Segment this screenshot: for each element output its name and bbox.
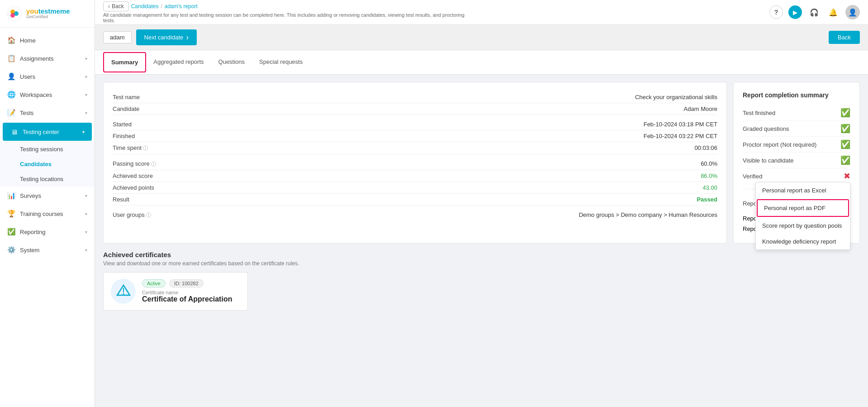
export-knowledge-item[interactable]: Knowledge deficiency report [756, 234, 850, 249]
user-avatar[interactable]: 👤 [845, 5, 860, 19]
tab-questions[interactable]: Questions [211, 53, 252, 72]
workspaces-arrow: ▾ [85, 92, 87, 97]
help-button[interactable]: ? [769, 5, 783, 19]
sidebar-item-system[interactable]: ⚙️ System ▾ [0, 241, 95, 259]
certificate-badges: Active ID: 100282 [142, 279, 240, 287]
surveys-arrow: ▾ [85, 193, 87, 198]
user-groups-info-icon: ⓘ [146, 212, 151, 218]
finished-label: Finished [113, 133, 135, 139]
home-icon: 🏠 [7, 36, 15, 44]
certificate-info: Active ID: 100282 Certificate name Certi… [142, 279, 240, 303]
users-icon: 👤 [7, 72, 15, 81]
logo: you testme me GetCertified [0, 0, 95, 28]
workspaces-icon: 🌐 [7, 91, 15, 99]
finished-row: Finished Feb-10-2024 03:22 PM CET [113, 130, 717, 142]
report-completion-panel: Report completion summary Test finished … [733, 82, 860, 244]
achieved-score-label: Achieved score [113, 172, 153, 179]
play-button[interactable]: ▶ [788, 5, 802, 19]
users-arrow: ▾ [85, 74, 87, 79]
passing-score-row: Passing score ⓘ 60.0% [113, 158, 717, 170]
headset-button[interactable]: 🎧 [807, 5, 821, 19]
completion-proctor-report: Proctor report (Not required) ✅ [743, 137, 850, 153]
sidebar-nav: 🏠 Home 📋 Assignments ▾ 👤 Users ▾ 🌐 Works… [0, 28, 95, 407]
certificates-section: Achieved certificates View and download … [95, 251, 868, 318]
result-value: Passed [697, 196, 717, 203]
sidebar-item-users-label: Users [20, 73, 35, 80]
sidebar-item-reporting-label: Reporting [20, 229, 45, 235]
summary-tab-wrapper: Summary [103, 52, 146, 72]
breadcrumb-current[interactable]: adam's report [165, 3, 198, 10]
sidebar-item-surveys[interactable]: 📊 Surveys ▾ [0, 187, 95, 205]
sidebar-item-users[interactable]: 👤 Users ▾ [0, 67, 95, 86]
topbar: ‹ Back Candidates / adam's report All ca… [95, 0, 868, 25]
logo-me: me [60, 8, 70, 15]
next-candidate-icon: › [186, 33, 189, 42]
sidebar-item-assignments-label: Assignments [20, 55, 53, 62]
sidebar-sub-menu: Testing sessions Candidates Testing loca… [0, 142, 95, 187]
achieved-score-value: 86.0% [701, 172, 717, 179]
topbar-right: ? ▶ 🎧 🔔 👤 [769, 5, 860, 19]
started-value: Feb-10-2024 03:18 PM CET [644, 121, 717, 128]
verified-x: ✖ [844, 171, 850, 181]
notifications-button[interactable]: 🔔 [826, 5, 840, 19]
next-candidate-button[interactable]: Next candidate › [136, 29, 197, 45]
time-spent-label: Time spent ⓘ [113, 144, 148, 152]
certificate-card: Active ID: 100282 Certificate name Certi… [103, 272, 248, 311]
summary-panels: Test name Check your organizational skil… [95, 75, 868, 251]
candidate-bar-left: adam Next candidate › [103, 29, 197, 45]
sidebar-item-workspaces[interactable]: 🌐 Workspaces ▾ [0, 86, 95, 104]
finished-value: Feb-10-2024 03:22 PM CET [644, 133, 717, 139]
back-main-button[interactable]: Back [829, 31, 860, 44]
test-name-value: Check your organizational skills [635, 94, 717, 101]
breadcrumb-candidates-link[interactable]: Candidates [131, 3, 159, 10]
sidebar-item-testing-center[interactable]: 🖥 Testing center ▾ [3, 123, 92, 141]
tabs-bar: Summary Aggregated reports Questions Spe… [95, 50, 868, 75]
sidebar-item-tests[interactable]: 📝 Tests ▾ [0, 104, 95, 122]
logo-icon [6, 5, 23, 22]
achieved-points-row: Achieved points 43.00 [113, 182, 717, 194]
export-pdf-item[interactable]: Personal report as PDF [757, 199, 849, 217]
sidebar-item-testing-locations[interactable]: Testing locations [0, 172, 95, 187]
candidate-label: Candidate [113, 105, 139, 112]
graded-questions-check: ✅ [840, 124, 850, 134]
completion-test-finished: Test finished ✅ [743, 105, 850, 121]
test-info-panel: Test name Check your organizational skil… [103, 82, 727, 244]
passing-score-value: 60.0% [701, 160, 717, 168]
tab-aggregated-reports[interactable]: Aggregated reports [146, 53, 211, 72]
sidebar-item-home[interactable]: 🏠 Home [0, 31, 95, 49]
certificates-desc: View and download one or more earned cer… [103, 260, 860, 267]
sidebar-item-training-courses[interactable]: 🏆 Training courses ▾ [0, 205, 95, 223]
sidebar-item-reporting[interactable]: ✅ Reporting ▾ [0, 223, 95, 241]
sidebar-item-surveys-label: Surveys [20, 192, 41, 199]
back-button[interactable]: ‹ Back [103, 1, 129, 11]
test-finished-check: ✅ [840, 108, 850, 118]
breadcrumb: ‹ Back Candidates / adam's report [103, 1, 465, 11]
started-row: Started Feb-10-2024 03:18 PM CET [113, 119, 717, 130]
testing-sessions-label: Testing sessions [20, 146, 63, 153]
sidebar-item-assignments[interactable]: 📋 Assignments ▾ [0, 49, 95, 67]
export-excel-item[interactable]: Personal report as Excel [756, 182, 850, 198]
assignments-arrow: ▾ [85, 56, 87, 61]
report-completion-title: Report completion summary [743, 91, 850, 99]
proctor-report-check: ✅ [840, 139, 850, 149]
user-groups-value: Demo groups > Demo company > Human Resou… [579, 211, 717, 219]
tab-summary[interactable]: Summary [104, 53, 145, 72]
training-courses-arrow: ▾ [85, 211, 87, 216]
tab-special-requests[interactable]: Special requests [252, 53, 310, 72]
user-groups-label: User groups ⓘ [113, 211, 151, 219]
started-label: Started [113, 121, 132, 128]
export-dropdown: Personal report as Excel Personal report… [755, 182, 850, 250]
sidebar-item-candidates[interactable]: Candidates [0, 157, 95, 172]
achieved-points-value: 43.00 [702, 184, 717, 191]
logo-you: you [26, 8, 38, 15]
page-content: adam Next candidate › Back Summary Aggre… [95, 25, 868, 407]
sidebar-item-testing-sessions[interactable]: Testing sessions [0, 142, 95, 157]
next-candidate-label: Next candidate [144, 34, 184, 41]
sidebar-item-system-label: System [20, 247, 39, 254]
surveys-icon: 📊 [7, 192, 15, 200]
export-score-pools-item[interactable]: Score report by question pools [756, 218, 850, 234]
topbar-left: ‹ Back Candidates / adam's report All ca… [103, 1, 465, 23]
certificates-title: Achieved certificates [103, 251, 860, 259]
candidate-name-tag: adam [103, 31, 132, 43]
passing-score-label: Passing score ⓘ [113, 160, 156, 168]
